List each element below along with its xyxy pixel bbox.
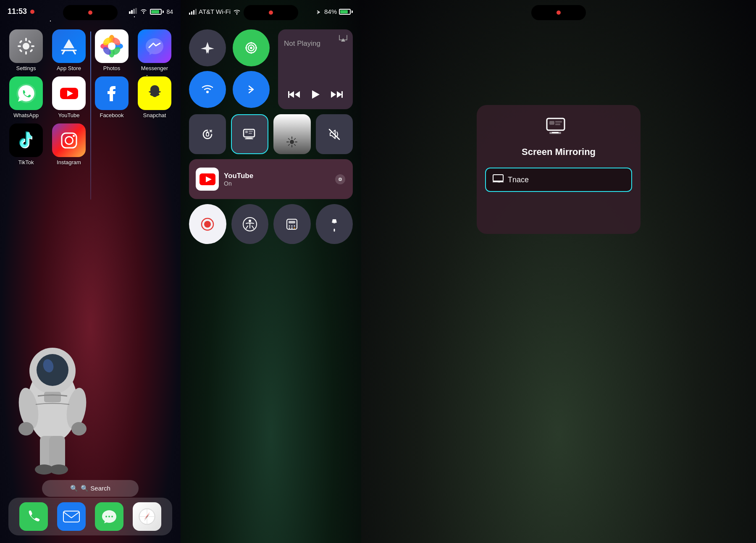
- svg-point-5: [23, 43, 29, 50]
- dock-mail[interactable]: [57, 502, 86, 531]
- svg-point-24: [108, 42, 116, 50]
- instagram-icon: [52, 123, 86, 157]
- youtube-icon: [52, 76, 86, 110]
- search-bar[interactable]: 🔍 🔍 Search: [42, 480, 139, 497]
- media-play-icon: [310, 89, 321, 100]
- app-instagram[interactable]: Instagram: [49, 123, 89, 165]
- svg-point-46: [108, 516, 110, 517]
- airplay-icon[interactable]: [339, 34, 348, 44]
- brightness-slider[interactable]: [273, 114, 310, 154]
- recording-status-icon: [29, 9, 35, 15]
- flashlight-button[interactable]: [316, 204, 353, 244]
- accessibility-button[interactable]: [231, 204, 269, 244]
- screen-mirror-icon: [243, 129, 257, 140]
- app-messenger[interactable]: Messenger: [135, 29, 174, 71]
- media-prev-button[interactable]: [288, 89, 301, 102]
- svg-rect-10: [19, 40, 22, 43]
- media-title: Not Playing: [284, 39, 347, 48]
- app-whatsapp[interactable]: WhatsApp: [6, 76, 46, 118]
- youtube-widget-row: YouTube On: [189, 159, 353, 199]
- device-name: Tnace: [508, 176, 529, 184]
- sm-title: Screen Mirroring: [522, 147, 596, 157]
- youtube-widget-icon: [196, 168, 219, 191]
- snapchat-logo-icon: [143, 82, 166, 105]
- svg-point-0: [30, 10, 34, 14]
- youtube-logo-icon: [58, 82, 81, 105]
- media-next-button[interactable]: [330, 89, 343, 102]
- screen-record-button[interactable]: [189, 204, 226, 244]
- youtube-widget-name: YouTube: [224, 172, 253, 180]
- astronaut-svg: [4, 320, 101, 488]
- search-icon: 🔍: [70, 485, 78, 492]
- calculator-button[interactable]: [273, 204, 311, 244]
- sm-header: Screen Mirroring: [485, 118, 632, 157]
- media-play-button[interactable]: [310, 89, 321, 103]
- svg-point-30: [73, 135, 75, 137]
- svg-rect-66: [206, 133, 209, 136]
- whatsapp-icon: [9, 76, 43, 110]
- mail-icon: [63, 511, 80, 522]
- dock-messages[interactable]: [95, 502, 123, 531]
- screen-mirror-button[interactable]: [231, 114, 268, 154]
- youtube-widget[interactable]: YouTube On: [189, 159, 353, 199]
- device-computer-icon: [493, 174, 504, 185]
- messages-icon: [101, 509, 117, 525]
- youtube-widget-text: YouTube On: [224, 172, 253, 187]
- facebook-logo-icon: [100, 82, 123, 105]
- svg-point-95: [289, 227, 290, 228]
- cellular-toggle[interactable]: [233, 29, 270, 66]
- svg-rect-11: [29, 49, 33, 52]
- facebook-icon: [95, 76, 129, 110]
- svg-rect-71: [249, 131, 253, 132]
- app-photos[interactable]: Photos: [92, 29, 131, 71]
- app-appstore[interactable]: App Store: [49, 29, 89, 71]
- sm-device-item[interactable]: Tnace: [485, 168, 632, 192]
- cellular-icon: [244, 40, 259, 55]
- accessibility-icon: [242, 217, 257, 232]
- laptop-icon: [493, 174, 504, 183]
- photos-flower-icon: [99, 34, 124, 59]
- messenger-icon: [138, 29, 171, 63]
- rotation-lock-button[interactable]: [189, 114, 226, 154]
- status-right: 84: [129, 8, 173, 15]
- signal-bar-1: [189, 13, 190, 15]
- app-youtube[interactable]: YouTube: [49, 76, 89, 118]
- mute-button[interactable]: [316, 114, 353, 154]
- wifi-toggle[interactable]: [189, 71, 226, 108]
- svg-rect-6: [25, 38, 27, 41]
- brightness-icon: [286, 136, 297, 150]
- app-facebook[interactable]: Facebook: [92, 76, 131, 118]
- battery-icon: [150, 9, 164, 15]
- app-tiktok[interactable]: TikTok: [6, 123, 46, 165]
- safari-icon: [138, 508, 156, 525]
- svg-point-98: [333, 220, 336, 222]
- cc-dynamic-island: [244, 5, 298, 20]
- bluetooth-toggle[interactable]: [233, 71, 270, 108]
- dock: [8, 498, 172, 535]
- flashlight-icon: [327, 217, 342, 232]
- airplane-toggle[interactable]: [189, 29, 226, 66]
- airplay-symbol-icon: [339, 34, 348, 42]
- settings-gear-icon: [16, 36, 36, 56]
- svg-rect-9: [31, 45, 34, 47]
- wifi-status-icon: [140, 8, 147, 14]
- svg-point-92: [289, 225, 290, 226]
- messenger-label: Messenger: [141, 65, 168, 71]
- home-screen: 11:53: [0, 0, 181, 543]
- astronaut-illustration: [4, 320, 101, 488]
- app-settings[interactable]: Settings: [6, 29, 46, 71]
- app-snapchat[interactable]: Snapchat: [135, 76, 174, 118]
- svg-rect-40: [49, 436, 65, 470]
- appstore-icon: [52, 29, 86, 63]
- svg-point-42: [50, 464, 68, 475]
- app-grid: Settings App Store: [6, 29, 174, 165]
- brightness-sun-icon: [286, 136, 297, 147]
- dock-safari[interactable]: [133, 502, 161, 531]
- settings-label: Settings: [16, 65, 36, 71]
- calculator-icon: [284, 217, 299, 232]
- svg-point-47: [111, 516, 113, 517]
- dock-phone[interactable]: [19, 502, 48, 531]
- cc-wifi-icon: [233, 9, 241, 15]
- svg-rect-61: [288, 91, 289, 98]
- svg-rect-43: [44, 392, 61, 402]
